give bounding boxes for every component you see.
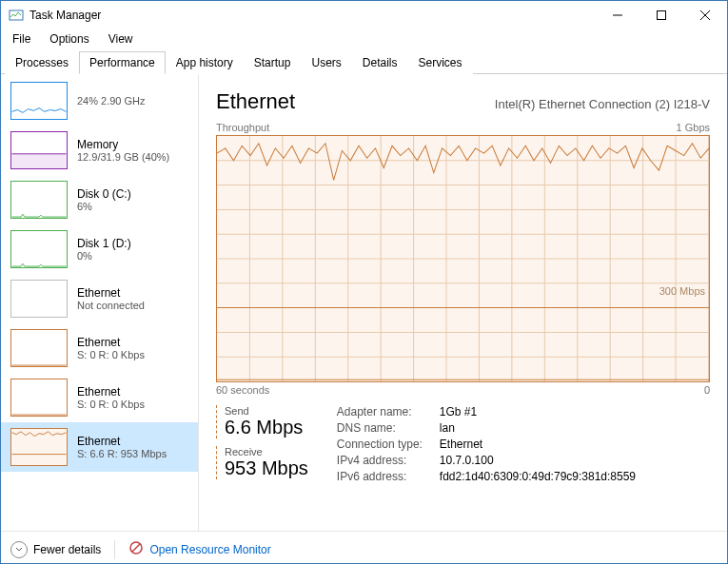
page-title: Ethernet: [216, 89, 295, 114]
sidebar-item-sublabel: 6%: [77, 201, 131, 212]
property-value: Ethernet: [440, 438, 482, 451]
svg-rect-2: [658, 11, 666, 20]
sidebar-item-sublabel: 24% 2.90 GHz: [77, 95, 146, 107]
property-row: DNS name:lan: [337, 421, 636, 435]
tab-performance[interactable]: Performance: [79, 51, 166, 74]
sidebar-item-ethernet-5[interactable]: EthernetS: 0 R: 0 Kbps: [1, 323, 198, 373]
throughput-chart: 300 Mbps: [216, 135, 710, 382]
property-key: Adapter name:: [337, 405, 440, 418]
thumbnail-chart: [10, 131, 68, 169]
property-key: IPv4 address:: [337, 454, 440, 467]
open-resource-monitor-link[interactable]: Open Resource Monitor: [128, 540, 270, 558]
thumbnail-chart: [10, 428, 68, 466]
performance-sidebar[interactable]: CPU24% 2.90 GHzMemory12.9/31.9 GB (40%)D…: [1, 74, 199, 531]
property-value: 1Gb #1: [440, 405, 477, 418]
tab-processes[interactable]: Processes: [5, 51, 79, 74]
app-icon: [9, 8, 24, 23]
menu-file[interactable]: File: [5, 30, 38, 48]
maximize-button[interactable]: [639, 1, 683, 29]
separator: [114, 540, 115, 559]
adapter-full-name: Intel(R) Ethernet Connection (2) I218-V: [495, 97, 710, 111]
sidebar-item-sublabel: 12.9/31.9 GB (40%): [77, 151, 169, 163]
sidebar-item-sublabel: S: 6.6 R: 953 Mbps: [77, 448, 167, 459]
property-value: 10.7.0.100: [440, 454, 494, 467]
tab-users[interactable]: Users: [301, 51, 351, 74]
menu-view[interactable]: View: [101, 30, 141, 48]
receive-value: 953 Mbps: [225, 457, 308, 479]
thumbnail-chart: [10, 181, 68, 219]
thumbnail-chart: [10, 379, 68, 417]
svg-rect-5: [12, 154, 67, 168]
chart-foot-right: 0: [704, 384, 710, 396]
sidebar-item-label: Ethernet: [77, 286, 145, 300]
sidebar-item-ethernet-6[interactable]: EthernetS: 0 R: 0 Kbps: [1, 373, 198, 422]
sidebar-item-sublabel: S: 0 R: 0 Kbps: [77, 399, 145, 410]
thumbnail-chart: [10, 329, 68, 367]
tab-startup[interactable]: Startup: [244, 51, 302, 74]
sidebar-item-ethernet-4[interactable]: EthernetNot connected: [1, 274, 198, 323]
property-row: Adapter name:1Gb #1: [337, 405, 636, 418]
sidebar-item-label: Disk 1 (D:): [77, 237, 131, 250]
chart-label-left: Throughput: [216, 122, 269, 133]
minimize-button[interactable]: [596, 1, 639, 29]
sidebar-item-sublabel: S: 0 R: 0 Kbps: [77, 349, 145, 360]
receive-label: Receive: [225, 446, 308, 457]
sidebar-item-label: Memory: [77, 138, 169, 151]
tab-services[interactable]: Services: [408, 51, 473, 74]
title-bar: Task Manager: [1, 1, 727, 29]
thumbnail-chart: [10, 230, 68, 268]
sidebar-item-disk-1-d--3[interactable]: Disk 1 (D:)0%: [1, 224, 198, 274]
thumbnail-chart: [10, 82, 68, 120]
close-button[interactable]: [683, 1, 727, 29]
sidebar-item-memory-1[interactable]: Memory12.9/31.9 GB (40%): [1, 126, 198, 175]
chevron-down-icon: [10, 541, 28, 558]
sidebar-item-sublabel: Not connected: [77, 300, 145, 311]
sidebar-item-disk-0-c--2[interactable]: Disk 0 (C:)6%: [1, 175, 198, 224]
send-label: Send: [225, 405, 308, 417]
property-row: IPv4 address:10.7.0.100: [337, 454, 636, 467]
svg-rect-9: [12, 429, 67, 465]
property-key: Connection type:: [337, 438, 440, 451]
tab-details[interactable]: Details: [352, 51, 408, 74]
properties-list: Adapter name:1Gb #1DNS name:lanConnectio…: [337, 405, 636, 487]
menu-options[interactable]: Options: [42, 30, 96, 48]
sidebar-item-label: Disk 0 (C:): [77, 187, 131, 201]
send-value: 6.6 Mbps: [225, 417, 308, 438]
sidebar-item-label: Ethernet: [77, 336, 145, 349]
property-value: fdd2:1d40:6309:0:49d:79c9:381d:8559: [440, 470, 636, 483]
thumbnail-chart: [10, 280, 68, 318]
svg-line-37: [132, 544, 140, 552]
property-row: IPv6 address:fdd2:1d40:6309:0:49d:79c9:3…: [337, 470, 636, 483]
property-key: IPv6 address:: [337, 470, 440, 483]
property-row: Connection type:Ethernet: [337, 438, 636, 451]
sidebar-item-cpu-0[interactable]: CPU24% 2.90 GHz: [1, 76, 198, 126]
chart-midline-label: 300 Mbps: [659, 285, 705, 297]
window-title: Task Manager: [30, 9, 596, 22]
property-key: DNS name:: [337, 421, 440, 435]
main-panel: Ethernet Intel(R) Ethernet Connection (2…: [199, 74, 727, 531]
tab-bar: ProcessesPerformanceApp historyStartupUs…: [1, 50, 727, 74]
fewer-details-button[interactable]: Fewer details: [10, 541, 101, 558]
sidebar-item-label: Ethernet: [77, 385, 145, 399]
resource-monitor-icon: [128, 540, 144, 558]
sidebar-item-sublabel: 0%: [77, 250, 131, 262]
footer-bar: Fewer details Open Resource Monitor: [1, 531, 727, 564]
sidebar-item-label: Ethernet: [77, 435, 167, 448]
chart-foot-left: 60 seconds: [216, 384, 269, 396]
tab-app-history[interactable]: App history: [166, 51, 244, 74]
chart-label-right: 1 Gbps: [677, 122, 710, 133]
sidebar-item-ethernet-7[interactable]: EthernetS: 6.6 R: 953 Mbps: [1, 422, 198, 472]
menu-bar: File Options View: [1, 29, 727, 49]
property-value: lan: [440, 421, 455, 435]
